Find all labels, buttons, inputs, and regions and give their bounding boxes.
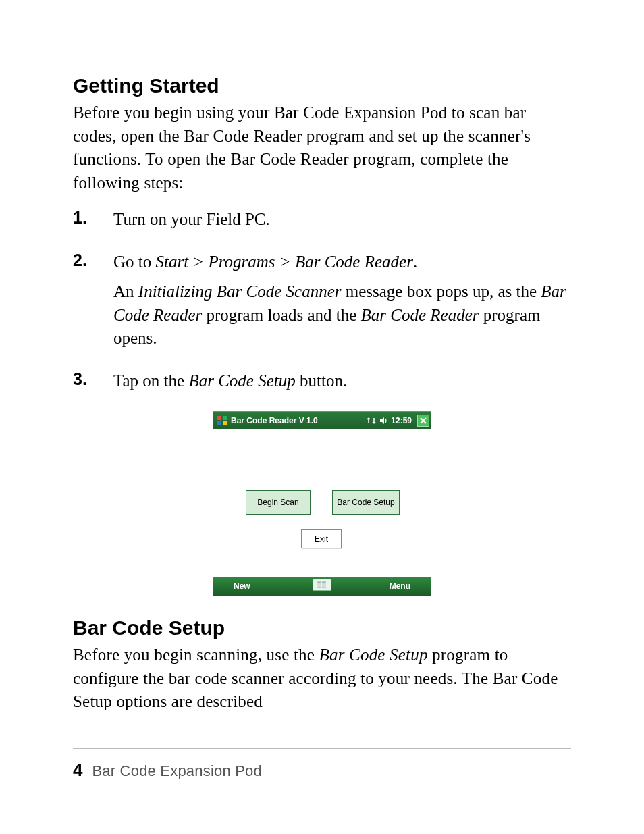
window-title: Bar Code Reader V 1.0 bbox=[231, 416, 367, 425]
keyboard-icon[interactable]: ▒▒ bbox=[313, 579, 331, 591]
svg-rect-3 bbox=[223, 421, 227, 425]
clock-time: 12:59 bbox=[391, 416, 412, 425]
exit-button[interactable]: Exit bbox=[301, 529, 342, 548]
svg-marker-4 bbox=[380, 417, 384, 424]
window-titlebar: Bar Code Reader V 1.0 12:59 bbox=[213, 412, 431, 429]
bar-code-setup-button[interactable]: Bar Code Setup bbox=[332, 490, 400, 515]
app-client-area: Begin Scan Bar Code Setup Exit bbox=[213, 429, 431, 577]
step-text: Go to Start > Programs > Bar Code Reader… bbox=[113, 251, 571, 274]
softkey-left[interactable]: New bbox=[234, 581, 250, 591]
volume-icon[interactable] bbox=[379, 416, 388, 425]
heading-bar-code-setup: Bar Code Setup bbox=[73, 617, 571, 640]
svg-rect-2 bbox=[217, 421, 221, 425]
intro-bar-code-setup: Before you begin scanning, use the Bar C… bbox=[73, 644, 571, 714]
page-number: 4 bbox=[73, 760, 82, 781]
step-number: 3. bbox=[73, 369, 113, 389]
footer-title: Bar Code Expansion Pod bbox=[92, 762, 261, 780]
step-number: 2. bbox=[73, 251, 113, 270]
steps-list: 1. Turn on your Field PC. 2. Go to Start… bbox=[73, 208, 571, 399]
softkey-right[interactable]: Menu bbox=[390, 581, 410, 591]
page-footer: 4 Bar Code Expansion Pod bbox=[73, 748, 571, 781]
intro-getting-started: Before you begin using your Bar Code Exp… bbox=[73, 101, 571, 194]
heading-getting-started: Getting Started bbox=[73, 74, 571, 97]
step-text: Turn on your Field PC. bbox=[113, 208, 571, 232]
step-text: An Initializing Bar Code Scanner message… bbox=[113, 280, 571, 350]
svg-rect-1 bbox=[223, 416, 227, 420]
app-screenshot: Bar Code Reader V 1.0 12:59 Begin Scan B… bbox=[213, 411, 431, 596]
close-icon[interactable] bbox=[417, 415, 429, 427]
step-number: 1. bbox=[73, 208, 113, 228]
start-flag-icon[interactable] bbox=[216, 415, 228, 427]
svg-rect-0 bbox=[217, 416, 221, 420]
softkey-bar: New ▒▒ Menu bbox=[213, 577, 431, 596]
step-text: Tap on the Bar Code Setup button. bbox=[113, 369, 571, 393]
begin-scan-button[interactable]: Begin Scan bbox=[246, 490, 311, 515]
connectivity-icon[interactable] bbox=[367, 416, 376, 425]
